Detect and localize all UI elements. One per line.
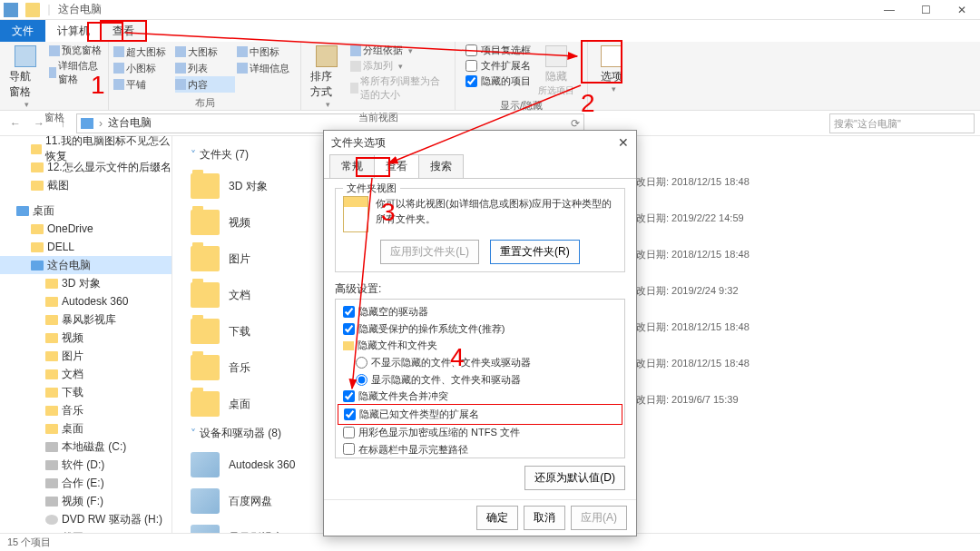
adv-option[interactable]: 在标题栏中显示完整路径 (338, 441, 622, 458)
app-icon (4, 3, 18, 17)
details-pane-button[interactable]: 详细信息窗格 (49, 59, 103, 86)
add-columns-button[interactable]: 添加列▾ (350, 59, 449, 73)
group-label-layout: 布局 (195, 96, 215, 110)
preview-pane-button[interactable]: 预览窗格 (49, 44, 103, 57)
layout-4[interactable]: 列表 (175, 60, 235, 76)
dialog-title: 文件夹选项 (331, 135, 386, 151)
tree-item[interactable]: 图片 (0, 347, 172, 365)
status-count: 15 个项目 (7, 536, 51, 549)
tree-item[interactable]: 暴风影视库 (0, 310, 172, 329)
tree-item[interactable]: 视频 (F:) (0, 492, 172, 510)
pc-icon (81, 118, 93, 129)
tree-item[interactable]: 桌面 (0, 419, 172, 438)
tab-view[interactable]: 查看 (100, 20, 147, 42)
folder-views-fieldset: 文件夹视图 你可以将此视图(如详细信息或图标)应用于这种类型的所有文件夹。 应用… (335, 188, 625, 272)
tree-item[interactable]: 3D 对象 (0, 274, 172, 292)
dialog-titlebar[interactable]: 文件夹选项 ✕ (324, 131, 636, 154)
ribbon-tabs: 文件 计算机 查看 (0, 20, 980, 42)
group-label-showhide: 显示/隐藏 (500, 99, 543, 113)
reset-folders-button[interactable]: 重置文件夹(R) (490, 240, 580, 264)
tree-item[interactable]: 截图 (0, 176, 172, 194)
sort-button[interactable]: 排序方式▾ (307, 44, 347, 111)
nav-pane-button[interactable]: 导航窗格▾ (5, 44, 45, 111)
maximize-button[interactable]: ☐ (907, 0, 944, 20)
nav-tree[interactable]: 11.我的电脑图标不见怎么恢复12.怎么显示文件的后缀名截图桌面OneDrive… (0, 136, 172, 533)
dlg-tab-search[interactable]: 搜索 (418, 154, 464, 179)
chk-file-ext[interactable]: 文件扩展名 (466, 59, 531, 73)
folder-view-icon (343, 196, 368, 232)
hide-selected-button[interactable]: 隐藏 所选项目 (534, 44, 578, 99)
layout-3[interactable]: 小图标 (113, 60, 173, 76)
tree-item[interactable]: 这台电脑 (0, 256, 172, 274)
adv-option[interactable]: 显示隐藏的文件、文件夹和驱动器 (338, 371, 622, 389)
tree-item[interactable]: Autodesk 360 (0, 292, 172, 310)
tree-item[interactable]: 软件 (D:) (0, 456, 172, 474)
ribbon: 导航窗格▾ 预览窗格 详细信息窗格 窗格 超大图标大图标中图标小图标列表详细信息… (0, 42, 980, 111)
tree-item[interactable]: OneDrive (0, 220, 172, 238)
adv-option[interactable]: 隐藏受保护的操作系统文件(推荐) (338, 320, 622, 338)
tab-computer[interactable]: 计算机 (45, 20, 102, 42)
group-by-button[interactable]: 分组依据▾ (350, 44, 449, 57)
tree-item[interactable]: 11.我的电脑图标不见怎么恢复 (0, 140, 172, 158)
folder-views-msg: 你可以将此视图(如详细信息或图标)应用于这种类型的所有文件夹。 (376, 196, 617, 232)
search-input[interactable]: 搜索"这台电脑" (829, 113, 975, 133)
dlg-tab-general[interactable]: 常规 (329, 154, 375, 179)
ribbon-group-panes: 导航窗格▾ 预览窗格 详细信息窗格 窗格 (0, 42, 109, 110)
advanced-settings-list[interactable]: 隐藏空的驱动器隐藏受保护的操作系统文件(推荐)隐藏文件和文件夹不显示隐藏的文件、… (335, 299, 625, 458)
tree-item[interactable]: 桌面 (0, 202, 172, 220)
close-button[interactable]: ✕ (944, 0, 980, 20)
folder-options-dialog: 文件夹选项 ✕ 常规 查看 搜索 文件夹视图 你可以将此视图(如详细信息或图标)… (323, 130, 637, 536)
restore-defaults-button[interactable]: 还原为默认值(D) (524, 466, 625, 490)
layout-5[interactable]: 详细信息 (237, 60, 297, 76)
folder-icon (25, 3, 40, 17)
chk-hidden-items[interactable]: 隐藏的项目 (466, 74, 531, 88)
tree-item[interactable]: 12.怎么显示文件的后缀名 (0, 158, 172, 176)
ok-button[interactable]: 确定 (476, 506, 518, 530)
titlebar: ｜ 这台电脑 — ☐ ✕ (0, 0, 980, 20)
layout-6[interactable]: 平铺 (113, 76, 173, 93)
refresh-icon[interactable]: ⟳ (571, 117, 580, 130)
ribbon-group-showhide: 项目复选框 文件扩展名 隐藏的项目 隐藏 所选项目 显示/隐藏 (456, 42, 588, 110)
fieldset-legend: 文件夹视图 (343, 182, 400, 195)
adv-option[interactable]: 用彩色显示加密或压缩的 NTFS 文件 (338, 424, 622, 441)
tree-item[interactable]: 文档 (0, 365, 172, 383)
qat-separator: ｜ (44, 2, 54, 17)
up-button[interactable]: ↑ (53, 113, 73, 133)
apply-to-folders-button[interactable]: 应用到文件夹(L) (380, 240, 479, 264)
layout-7[interactable]: 内容 (175, 76, 235, 93)
adv-option[interactable]: 隐藏已知文件类型的扩展名 (338, 404, 622, 425)
dlg-tab-view[interactable]: 查看 (374, 154, 419, 179)
breadcrumb-segment[interactable]: 这台电脑 (108, 115, 152, 131)
adv-option[interactable]: 隐藏文件夹合并冲突 (338, 388, 622, 405)
ribbon-group-layout: 超大图标大图标中图标小图标列表详细信息平铺内容 布局 (109, 42, 301, 110)
cancel-button[interactable]: 取消 (524, 506, 565, 530)
dialog-close-button[interactable]: ✕ (618, 135, 629, 150)
chevron-right-icon: › (99, 117, 103, 130)
tree-item[interactable]: DELL (0, 238, 172, 256)
chk-item-checkboxes[interactable]: 项目复选框 (466, 44, 531, 57)
layout-0[interactable]: 超大图标 (113, 44, 173, 60)
minimize-button[interactable]: — (871, 0, 907, 20)
apply-button[interactable]: 应用(A) (571, 506, 627, 530)
ribbon-group-current: 排序方式▾ 分组依据▾ 添加列▾ 将所有列调整为合适的大小 当前视图 (301, 42, 456, 110)
layout-1[interactable]: 大图标 (175, 44, 235, 60)
tree-item[interactable]: DVD RW 驱动器 (H:) (0, 510, 172, 528)
adv-option[interactable]: 隐藏空的驱动器 (338, 303, 622, 320)
layout-2[interactable]: 中图标 (237, 44, 297, 60)
adv-option[interactable]: 在单独的进程中打开文件夹窗口 (338, 458, 622, 458)
tree-item[interactable]: 下载 (0, 383, 172, 401)
tab-file[interactable]: 文件 (0, 20, 45, 42)
options-button[interactable]: 选项▾ (593, 44, 630, 95)
tree-item[interactable]: 合作 (E:) (0, 474, 172, 492)
size-columns-button[interactable]: 将所有列调整为合适的大小 (350, 74, 449, 102)
adv-option[interactable]: 不显示隐藏的文件、文件夹或驱动器 (338, 354, 622, 371)
ribbon-group-options: 选项▾ (588, 42, 635, 110)
forward-button[interactable]: → (29, 113, 49, 133)
tree-item[interactable]: 本地磁盘 (C:) (0, 438, 172, 456)
tree-item[interactable]: 音乐 (0, 401, 172, 419)
back-button[interactable]: ← (5, 113, 25, 133)
advanced-label: 高级设置: (335, 281, 625, 297)
window-title: 这台电脑 (58, 2, 102, 17)
adv-header: 隐藏文件和文件夹 (338, 337, 622, 354)
tree-item[interactable]: 视频 (0, 329, 172, 347)
